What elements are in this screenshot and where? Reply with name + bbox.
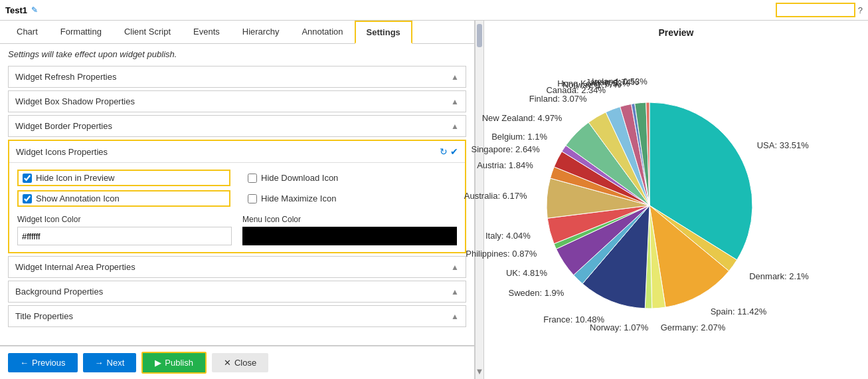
panel-content: Settings will take effect upon widget pu…	[0, 44, 474, 345]
section-title-label: Title Properties	[15, 311, 73, 321]
title-bar-left: Test1 ✎	[5, 5, 38, 15]
tabs-bar: Chart Formatting Client Script Events Hi…	[0, 21, 474, 44]
section-border-label: Widget Border Properties	[15, 121, 112, 131]
preview-title: Preview	[491, 27, 861, 38]
section-title-chevron	[451, 312, 459, 321]
checkbox-hide-download-label: Hide Download Icon	[261, 173, 338, 183]
check-circle-icon[interactable]: ✔	[450, 146, 458, 157]
section-internal-label: Widget Internal Area Properties	[15, 262, 135, 272]
section-icons: Widget Icons Properties ↻ ✔ Hide Icon in…	[8, 140, 466, 253]
pie-label: Denmark: 2.1%	[749, 271, 809, 281]
pie-label: UK: 4.81%	[506, 268, 548, 278]
previous-button[interactable]: ← Previous	[8, 353, 78, 372]
icons-header-right: ↻ ✔	[440, 146, 458, 157]
pie-label: New Zealand: 4.97%	[482, 113, 563, 123]
right-panel: Preview USA: 33.51%Denmark: 2.1%Spain: 1…	[484, 21, 868, 379]
pie-label: Spain: 11.42%	[711, 307, 767, 316]
widget-icon-color-input[interactable]: #ffffff	[17, 227, 232, 245]
edit-icon[interactable]: ✎	[31, 5, 38, 15]
icons-header[interactable]: Widget Icons Properties ↻ ✔	[9, 141, 465, 162]
checkbox-show-annotation-input[interactable]	[23, 194, 32, 203]
menu-icon-color-label: Menu Icon Color	[242, 215, 457, 224]
refresh-icon[interactable]: ↻	[440, 146, 448, 157]
checkbox-hide-icon-preview-label: Hide Icon in Preview	[36, 173, 115, 183]
scroll-down-arrow[interactable]: ▼	[477, 366, 482, 376]
bottom-bar: ← Previous → Next ▶ Publish ✕ Close	[0, 345, 474, 379]
close-icon: ✕	[224, 358, 231, 368]
menu-icon-color-field: Menu Icon Color	[242, 215, 457, 245]
pie-label: Philippines: 0.87%	[466, 248, 537, 258]
pie-label: USA: 33.51%	[757, 140, 809, 150]
tab-hierarchy[interactable]: Hierarchy	[231, 21, 291, 44]
search-input[interactable]	[776, 3, 855, 17]
checkbox-show-annotation-label: Show Annotation Icon	[36, 193, 120, 203]
section-refresh-label: Widget Refresh Properties	[15, 72, 116, 82]
pie-label: Belgium: 1.1%	[491, 132, 547, 142]
tab-events[interactable]: Events	[182, 21, 231, 44]
pie-label: Austria: 1.84%	[477, 160, 533, 170]
tab-annotation[interactable]: Annotation	[290, 21, 354, 44]
checkboxes-grid: Hide Icon in Preview Hide Download Icon …	[17, 170, 457, 207]
settings-note: Settings will take effect upon widget pu…	[8, 49, 466, 59]
publish-icon: ▶	[155, 358, 161, 368]
checkbox-hide-icon-preview[interactable]: Hide Icon in Preview	[17, 170, 230, 186]
section-refresh-chevron	[451, 72, 459, 82]
pie-label: Germany: 2.07%	[661, 322, 726, 332]
help-button[interactable]: ?	[858, 5, 863, 15]
scroll-thumb	[477, 24, 482, 47]
tab-client-script[interactable]: Client Script	[113, 21, 182, 44]
pie-label: Ireland: 0.53%	[592, 76, 648, 86]
previous-label: Previous	[32, 358, 66, 368]
section-title[interactable]: Title Properties	[8, 305, 466, 327]
widget-icon-color-value: #ffffff	[22, 231, 41, 241]
section-internal[interactable]: Widget Internal Area Properties	[8, 256, 466, 278]
checkbox-hide-icon-preview-input[interactable]	[23, 174, 32, 183]
section-box-shadow-chevron	[451, 97, 459, 106]
chart-container: USA: 33.51%Denmark: 2.1%Spain: 11.42%Ger…	[491, 45, 861, 372]
next-icon: →	[95, 358, 104, 368]
pie-chart: USA: 33.51%Denmark: 2.1%Spain: 11.42%Ger…	[503, 66, 849, 352]
main-content: Chart Formatting Client Script Events Hi…	[0, 21, 868, 379]
publish-button[interactable]: ▶ Publish	[141, 352, 207, 374]
next-button[interactable]: → Next	[83, 353, 137, 372]
checkbox-hide-maximize-input[interactable]	[248, 194, 257, 203]
pie-label: Australia: 6.17%	[464, 191, 527, 201]
section-background[interactable]: Background Properties	[8, 281, 466, 303]
pie-label: Norway: 1.07%	[590, 322, 649, 332]
pie-label: Sweden: 1.9%	[508, 288, 564, 298]
pie-label: Singapore: 2.64%	[472, 144, 541, 154]
checkbox-hide-download[interactable]: Hide Download Icon	[244, 170, 457, 186]
title-bar-right: ?	[776, 3, 863, 17]
checkbox-show-annotation[interactable]: Show Annotation Icon	[17, 190, 230, 207]
section-border-chevron	[451, 122, 459, 131]
widget-title: Test1	[5, 5, 27, 15]
color-section: Widget Icon Color #ffffff Menu Icon Colo…	[17, 215, 457, 245]
title-bar: Test1 ✎ ?	[0, 0, 868, 21]
previous-icon: ←	[20, 358, 29, 368]
section-box-shadow-label: Widget Box Shadow Properties	[15, 96, 135, 106]
section-refresh[interactable]: Widget Refresh Properties	[8, 66, 466, 88]
checkbox-hide-maximize[interactable]: Hide Maximize Icon	[244, 190, 457, 207]
close-label: Close	[234, 358, 256, 368]
section-internal-chevron	[451, 263, 459, 272]
section-background-label: Background Properties	[15, 287, 103, 297]
pie-label: Italy: 4.04%	[485, 230, 531, 240]
widget-icon-color-field: Widget Icon Color #ffffff	[17, 215, 232, 245]
left-panel: Chart Formatting Client Script Events Hi…	[0, 21, 475, 379]
tab-chart[interactable]: Chart	[5, 21, 49, 44]
pie-label: France: 10.48%	[543, 314, 604, 324]
close-button[interactable]: ✕ Close	[212, 353, 268, 372]
icons-body: Hide Icon in Preview Hide Download Icon …	[9, 162, 465, 252]
tab-settings[interactable]: Settings	[355, 21, 412, 44]
next-label: Next	[107, 358, 125, 368]
checkbox-hide-download-input[interactable]	[248, 174, 257, 183]
widget-icon-color-label: Widget Icon Color	[17, 215, 232, 224]
menu-icon-color-swatch[interactable]	[242, 227, 457, 245]
checkbox-hide-maximize-label: Hide Maximize Icon	[261, 193, 336, 203]
icons-header-label: Widget Icons Properties	[16, 147, 108, 157]
tab-formatting[interactable]: Formatting	[49, 21, 113, 44]
section-box-shadow[interactable]: Widget Box Shadow Properties	[8, 90, 466, 112]
section-background-chevron	[451, 287, 459, 297]
publish-label: Publish	[165, 358, 193, 368]
section-border[interactable]: Widget Border Properties	[8, 115, 466, 137]
